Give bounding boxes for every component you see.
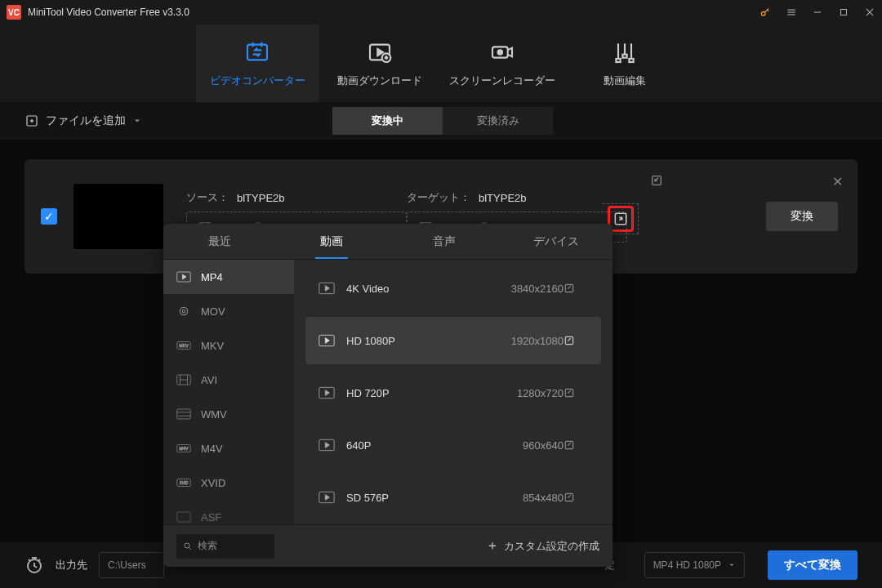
task-checkbox[interactable]: ✓ <box>41 208 57 225</box>
svg-line-57 <box>189 547 192 550</box>
res-item-720p[interactable]: HD 720P1280x720 <box>305 369 601 416</box>
popup-tab-recent[interactable]: 最近 <box>163 224 276 259</box>
plus-icon: ＋ <box>486 537 499 555</box>
svg-rect-14 <box>616 59 620 62</box>
svg-point-28 <box>180 307 187 314</box>
schedule-icon[interactable] <box>24 555 44 575</box>
edit-preset-icon[interactable] <box>564 439 588 451</box>
edit-preset-icon[interactable] <box>564 283 588 294</box>
video-file-icon: M4V <box>176 443 191 454</box>
output-path-input[interactable]: C:\Users <box>99 552 164 578</box>
seg-converting[interactable]: 変換中 <box>332 107 443 135</box>
video-thumbnail[interactable] <box>74 184 163 249</box>
edit-preset-icon[interactable] <box>564 387 588 399</box>
res-item-640p[interactable]: 640P960x640 <box>305 421 601 469</box>
svg-rect-46 <box>565 336 572 344</box>
video-icon <box>318 439 336 452</box>
status-segment: 変換中 変換済み <box>332 107 553 135</box>
res-item-1080p[interactable]: HD 1080P1920x1080 <box>305 317 601 364</box>
format-item-wmv[interactable]: WMV <box>163 397 294 431</box>
add-file-icon <box>24 114 39 128</box>
hamburger-menu-icon[interactable] <box>786 7 797 18</box>
search-icon <box>183 541 193 551</box>
video-file-icon <box>176 271 191 283</box>
video-file-icon <box>176 408 191 420</box>
format-item-mov[interactable]: MOV <box>163 294 294 328</box>
svg-rect-49 <box>565 389 572 396</box>
res-item-576p[interactable]: SD 576P854x480 <box>305 474 601 521</box>
output-format-combo[interactable]: MP4 HD 1080P <box>644 552 745 578</box>
seg-done[interactable]: 変換済み <box>443 107 553 135</box>
upgrade-key-icon[interactable] <box>760 7 771 18</box>
app-logo-icon: VC <box>7 5 21 20</box>
svg-point-29 <box>182 310 185 313</box>
video-file-icon <box>176 511 191 523</box>
svg-marker-51 <box>325 443 329 448</box>
chevron-down-icon <box>132 116 142 126</box>
source-name: blTYPE2b <box>237 192 285 204</box>
search-placeholder: 検索 <box>198 539 217 553</box>
titlebar: VC MiniTool Video Converter Free v3.3.0 <box>0 0 882 24</box>
video-icon <box>318 334 336 347</box>
tab-download-label: 動画ダウンロード <box>337 74 422 88</box>
convert-button[interactable]: 変換 <box>766 202 838 231</box>
edit-preset-icon[interactable] <box>564 335 588 346</box>
tab-video-edit[interactable]: 動画編集 <box>564 24 686 102</box>
svg-rect-5 <box>841 10 847 16</box>
custom-preset-button[interactable]: ＋ カスタム設定の作成 <box>486 537 599 555</box>
format-popup: 最近 動画 音声 デバイス MP4 MOV MKVMKV AVI WMV M4V… <box>163 224 612 567</box>
svg-rect-43 <box>565 284 572 292</box>
video-icon <box>318 386 336 399</box>
svg-text:MKV: MKV <box>179 343 189 348</box>
res-item-4k[interactable]: 4K Video3840x2160 <box>305 265 601 312</box>
format-item-xvid[interactable]: XVIDXVID <box>163 466 294 500</box>
maximize-icon[interactable] <box>838 7 849 18</box>
recorder-icon <box>489 39 515 65</box>
add-file-label: ファイルを追加 <box>46 114 126 128</box>
svg-rect-33 <box>177 409 191 419</box>
remove-task-icon[interactable]: ✕ <box>832 174 843 189</box>
format-item-avi[interactable]: AVI <box>163 363 294 397</box>
popup-tab-video[interactable]: 動画 <box>276 224 389 259</box>
format-list[interactable]: MP4 MOV MKVMKV AVI WMV M4VM4V XVIDXVID A… <box>163 260 294 524</box>
edit-preset-icon[interactable] <box>564 492 588 503</box>
minimize-icon[interactable] <box>812 7 823 18</box>
format-item-mp4[interactable]: MP4 <box>163 260 294 294</box>
format-item-mkv[interactable]: MKVMKV <box>163 328 294 363</box>
svg-rect-8 <box>247 44 267 60</box>
output-label: 出力先 <box>56 558 87 572</box>
video-file-icon: MKV <box>176 340 191 351</box>
download-icon <box>367 39 393 65</box>
chevron-down-icon <box>728 561 736 569</box>
tab-screen-recorder[interactable]: スクリーンレコーダー <box>441 24 564 102</box>
video-file-icon: XVID <box>176 477 191 488</box>
popup-tab-device[interactable]: デバイス <box>501 224 613 259</box>
target-label: ターゲット： <box>407 190 470 205</box>
video-file-icon <box>176 305 191 317</box>
target-name: blTYPE2b <box>479 192 527 204</box>
svg-point-13 <box>498 50 502 54</box>
add-file-button[interactable]: ファイルを追加 <box>24 114 142 128</box>
settings-expand-icon <box>612 211 629 227</box>
tab-video-converter[interactable]: ビデオコンバーター <box>196 24 318 102</box>
svg-marker-54 <box>325 495 329 501</box>
svg-text:XVID: XVID <box>180 481 189 485</box>
format-item-m4v[interactable]: M4VM4V <box>163 431 294 466</box>
video-file-icon <box>176 374 191 385</box>
resolution-list[interactable]: 4K Video3840x2160 HD 1080P1920x1080 HD 7… <box>294 260 612 524</box>
edit-icon <box>612 39 638 65</box>
svg-marker-42 <box>325 286 329 292</box>
close-icon[interactable] <box>864 7 875 18</box>
convert-all-button[interactable]: すべて変換 <box>768 550 858 580</box>
search-input[interactable]: 検索 <box>176 534 274 559</box>
svg-rect-15 <box>622 54 626 57</box>
tab-video-download[interactable]: 動画ダウンロード <box>318 24 441 102</box>
tab-recorder-label: スクリーンレコーダー <box>449 74 555 88</box>
format-item-asf[interactable]: ASF <box>163 500 294 524</box>
edit-task-icon[interactable] <box>650 174 663 187</box>
svg-marker-48 <box>325 390 329 396</box>
popup-tab-audio[interactable]: 音声 <box>388 224 501 259</box>
svg-marker-27 <box>183 274 187 279</box>
sub-bar: ファイルを追加 変換中 変換済み <box>0 102 882 140</box>
svg-rect-16 <box>629 59 633 62</box>
